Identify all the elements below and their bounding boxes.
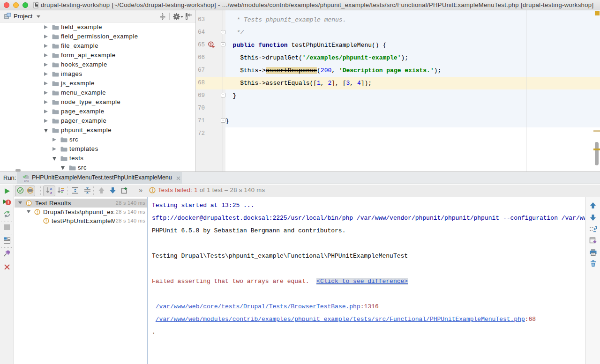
svg-text:z: z [50,191,52,195]
svg-text:php: php [24,179,29,182]
